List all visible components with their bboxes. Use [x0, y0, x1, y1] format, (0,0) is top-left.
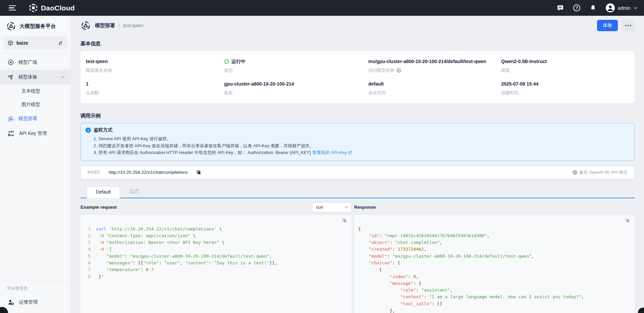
- experience-button[interactable]: 体验: [597, 20, 618, 31]
- daocloud-logo-icon: [29, 3, 38, 12]
- code-line: 3 -H "Authorization: Bearer <Your API Ke…: [85, 239, 347, 246]
- code-line: "created": 1733724462,: [358, 246, 630, 253]
- divider: [5, 53, 66, 53]
- code-line: 2 -H "Content-Type: application/json" \: [85, 232, 347, 239]
- messages-icon[interactable]: [557, 4, 564, 11]
- model-deployment-breadcrumb-icon: [80, 20, 91, 31]
- auth-line-1: 1. Service API 使用 API-Key 进行鉴权。: [94, 136, 628, 143]
- http-method: POST: [88, 170, 100, 175]
- auth-line-3: 3. 所有 API 请求都应在 Authorization HTTP Heade…: [94, 149, 628, 156]
- sidebar-item-model-marketplace[interactable]: 模型广场: [0, 55, 71, 70]
- view-api-key-link[interactable]: 查看我的 API-Key: [312, 149, 352, 156]
- openai-compat-note: i 兼容 OpenAI 的 API 格式: [573, 169, 628, 175]
- language-select-value: curl: [316, 205, 323, 210]
- field-access-model-name: ms/gpu-cluster-a800-10-20-100-214/defaul…: [368, 58, 501, 73]
- ops-admin-icon: [7, 299, 14, 306]
- code-line: {: [358, 226, 630, 232]
- sidebar-item-image-model[interactable]: 图片模型: [0, 98, 71, 111]
- example-request-title: Example request: [80, 205, 117, 210]
- help-icon[interactable]: ?: [573, 4, 580, 11]
- code-line: 5 "model": "ms/gpu-cluster-a800-10-20-10…: [85, 253, 347, 260]
- auth-line-2: 2. 强烈建议开发者把 API-Key 放在后端存储，而非分享或者放在客户端存储…: [94, 143, 628, 150]
- chevron-down-icon: [345, 205, 348, 209]
- api-key-icon: API: [7, 130, 15, 137]
- chevron-down-icon: [634, 7, 637, 9]
- code-line: 6 "messages": [{"role": "user", "content…: [85, 260, 347, 266]
- field-namespace: default 命名空间: [368, 81, 501, 96]
- code-line: {: [358, 266, 630, 273]
- switch-workspace-icon[interactable]: [58, 40, 63, 46]
- field-model: Qwen2-0.5B-Instruct 模型: [501, 58, 635, 73]
- sidebar-item-ops-management[interactable]: 运维管理: [0, 295, 71, 310]
- sidebar-item-text-model[interactable]: 文本模型: [0, 85, 71, 98]
- sidebar-item-model-experience[interactable]: 模型体验: [0, 70, 71, 85]
- field-instances: 1 实例数: [86, 81, 224, 96]
- username: admin: [618, 5, 631, 11]
- field-cluster: gpu-cluster-a800-10-20-100-214 集群: [224, 81, 368, 96]
- running-status-icon: [224, 59, 229, 64]
- code-line: 4 -d '{: [85, 246, 347, 253]
- breadcrumb-root[interactable]: 模型部署: [95, 22, 115, 29]
- info-icon: i: [573, 170, 577, 175]
- tab-default[interactable]: Default: [87, 186, 120, 198]
- brand-name: DaoCloud: [41, 4, 75, 12]
- platform-title-label: 大模型服务平台: [19, 23, 56, 30]
- code-line: "message": {: [358, 280, 630, 287]
- notifications-bell-icon[interactable]: [590, 4, 596, 11]
- sidebar-item-model-deployment[interactable]: 模型部署: [0, 111, 71, 126]
- main-content: 模型部署 / test-qwen 体验 基本信息 test-qwen 模型服务名…: [71, 16, 644, 313]
- sidebar-item-label: 模型体验: [18, 74, 37, 80]
- field-created-at: 2025-07-09 15:44 创建时间: [501, 81, 635, 96]
- response-code-panel[interactable]: { "id": "cmpl-1d033c4262654417b7b0675303…: [354, 215, 635, 313]
- sidebar-item-label: 运维管理: [19, 299, 38, 305]
- model-marketplace-icon: [7, 59, 14, 66]
- help-tooltip-icon[interactable]: ?: [396, 68, 401, 73]
- invoke-example-title: 调用示例: [80, 113, 635, 119]
- code-line: "id": "cmpl-1d033c4262654417b7b0675303b1…: [358, 232, 630, 239]
- breadcrumb-current: test-qwen: [123, 23, 144, 28]
- language-select[interactable]: curl: [312, 202, 352, 212]
- request-code: 1curl 'http://10.20.254.22/v1/chat/compl…: [85, 226, 347, 280]
- basic-info-card: test-qwen 模型服务名称 运行中 状态 ms/gpu-cluster-a…: [80, 51, 635, 103]
- tab-stream[interactable]: 流式: [120, 186, 148, 198]
- copy-request-icon[interactable]: [342, 218, 347, 223]
- user-menu[interactable]: admin: [606, 3, 637, 12]
- sidebar-item-label: 模型广场: [18, 59, 37, 65]
- sidebar-footer: 平台管理员 运维管理: [0, 280, 71, 310]
- code-line: "role": "assistant",: [358, 287, 630, 294]
- code-line: 7 "temperature": 0.7: [85, 266, 347, 273]
- code-line: "object": "chat.completion",: [358, 239, 630, 246]
- more-options-button[interactable]: [622, 20, 635, 31]
- copy-response-icon[interactable]: [625, 218, 630, 223]
- request-code-panel[interactable]: 1curl 'http://10.20.254.22/v1/chat/compl…: [80, 215, 352, 313]
- basic-info-title: 基本信息: [80, 41, 635, 47]
- sidebar-item-api-key-management[interactable]: API API Key 管理: [0, 126, 71, 141]
- request-mode-tabs: Default 流式: [80, 186, 635, 198]
- field-status: 运行中 状态: [224, 58, 368, 73]
- code-line: "choices": [: [358, 260, 630, 266]
- brand: DaoCloud: [29, 3, 75, 12]
- auth-box-title: 鉴权方式: [94, 127, 112, 133]
- model-experience-icon: [7, 74, 14, 81]
- info-icon: i: [86, 127, 91, 133]
- workspace-selector[interactable]: baize: [3, 37, 67, 49]
- code-line: 8 }': [85, 273, 347, 280]
- code-line: },: [358, 307, 630, 313]
- sidebar-item-label: 图片模型: [21, 102, 40, 108]
- code-line: "content": "I am a large language model.…: [358, 294, 630, 300]
- code-line: "tool_calls": []: [358, 301, 630, 307]
- endpoint-url: http://10.20.254.22/v1/chat/completions: [109, 170, 188, 175]
- auth-info-box: i 鉴权方式 1. Service API 使用 API-Key 进行鉴权。 2…: [80, 123, 635, 161]
- avatar: [606, 3, 615, 12]
- platform-logo-icon: [6, 21, 16, 31]
- copy-url-icon[interactable]: [196, 169, 202, 175]
- breadcrumb-separator: /: [118, 23, 120, 28]
- chevron-up-icon: [61, 76, 65, 79]
- hamburger-menu-icon[interactable]: [9, 5, 16, 11]
- sidebar-item-label: 模型部署: [18, 116, 37, 122]
- response-code: { "id": "cmpl-1d033c4262654417b7b0675303…: [358, 226, 630, 313]
- code-line: "model": "ms/gpu-cluster-a800-10-20-100-…: [358, 253, 630, 260]
- response-title: Response: [354, 205, 376, 210]
- workspace-cube-icon: [7, 40, 13, 46]
- code-line: 1curl 'http://10.20.254.22/v1/chat/compl…: [85, 226, 347, 232]
